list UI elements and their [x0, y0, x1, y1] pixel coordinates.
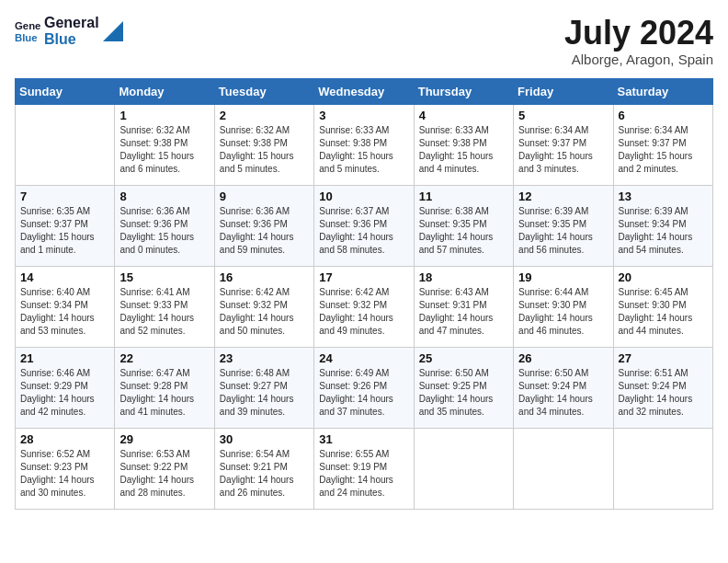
calendar-cell	[613, 428, 712, 509]
calendar-cell: 22Sunrise: 6:47 AMSunset: 9:28 PMDayligh…	[115, 347, 214, 428]
day-number: 4	[419, 109, 508, 122]
month-title: July 2024	[564, 15, 713, 52]
calendar-cell: 6Sunrise: 6:34 AMSunset: 9:37 PMDaylight…	[613, 104, 712, 185]
logo: General Blue General Blue	[15, 15, 123, 47]
calendar-cell: 19Sunrise: 6:44 AMSunset: 9:30 PMDayligh…	[514, 266, 613, 347]
calendar-cell: 29Sunrise: 6:53 AMSunset: 9:22 PMDayligh…	[115, 428, 214, 509]
calendar-cell: 18Sunrise: 6:43 AMSunset: 9:31 PMDayligh…	[414, 266, 513, 347]
cell-info: Sunrise: 6:43 AMSunset: 9:31 PMDaylight:…	[419, 286, 508, 338]
calendar-cell: 16Sunrise: 6:42 AMSunset: 9:32 PMDayligh…	[214, 266, 313, 347]
calendar-cell: 2Sunrise: 6:32 AMSunset: 9:38 PMDaylight…	[214, 104, 313, 185]
calendar-cell: 17Sunrise: 6:42 AMSunset: 9:32 PMDayligh…	[314, 266, 414, 347]
cell-info: Sunrise: 6:39 AMSunset: 9:34 PMDaylight:…	[619, 205, 708, 257]
cell-info: Sunrise: 6:33 AMSunset: 9:38 PMDaylight:…	[419, 124, 508, 176]
cell-info: Sunrise: 6:40 AMSunset: 9:34 PMDaylight:…	[20, 286, 109, 338]
day-number: 23	[220, 351, 309, 365]
calendar-cell: 31Sunrise: 6:55 AMSunset: 9:19 PMDayligh…	[314, 428, 414, 509]
cell-info: Sunrise: 6:32 AMSunset: 9:38 PMDaylight:…	[119, 124, 209, 176]
cell-info: Sunrise: 6:48 AMSunset: 9:27 PMDaylight:…	[220, 367, 309, 419]
calendar-cell: 21Sunrise: 6:46 AMSunset: 9:29 PMDayligh…	[16, 347, 115, 428]
calendar-cell	[414, 428, 513, 509]
weekday-header-row: SundayMondayTuesdayWednesdayThursdayFrid…	[16, 78, 713, 104]
logo-general: General	[44, 15, 99, 31]
day-number: 21	[20, 351, 109, 365]
day-number: 6	[619, 109, 708, 122]
calendar-cell: 12Sunrise: 6:39 AMSunset: 9:35 PMDayligh…	[514, 185, 613, 266]
logo-triangle-icon	[103, 21, 123, 41]
cell-info: Sunrise: 6:49 AMSunset: 9:26 PMDaylight:…	[319, 367, 408, 419]
weekday-header-monday: Monday	[115, 78, 214, 104]
calendar-cell: 23Sunrise: 6:48 AMSunset: 9:27 PMDayligh…	[214, 347, 313, 428]
cell-info: Sunrise: 6:36 AMSunset: 9:36 PMDaylight:…	[220, 205, 309, 257]
cell-info: Sunrise: 6:50 AMSunset: 9:24 PMDaylight:…	[518, 367, 608, 419]
cell-info: Sunrise: 6:35 AMSunset: 9:37 PMDaylight:…	[20, 205, 109, 257]
day-number: 7	[20, 190, 109, 203]
calendar-week-2: 7Sunrise: 6:35 AMSunset: 9:37 PMDaylight…	[16, 185, 713, 266]
calendar-week-3: 14Sunrise: 6:40 AMSunset: 9:34 PMDayligh…	[16, 266, 713, 347]
calendar-cell	[16, 104, 115, 185]
calendar-week-1: 1Sunrise: 6:32 AMSunset: 9:38 PMDaylight…	[16, 104, 713, 185]
cell-info: Sunrise: 6:38 AMSunset: 9:35 PMDaylight:…	[419, 205, 508, 257]
svg-text:Blue: Blue	[15, 31, 38, 42]
cell-info: Sunrise: 6:50 AMSunset: 9:25 PMDaylight:…	[419, 367, 508, 419]
day-number: 30	[220, 432, 309, 446]
cell-info: Sunrise: 6:33 AMSunset: 9:38 PMDaylight:…	[319, 124, 408, 176]
day-number: 14	[20, 270, 109, 284]
page-header: General Blue General Blue July 2024 Albo…	[15, 15, 713, 67]
day-number: 11	[419, 190, 508, 203]
calendar-cell: 20Sunrise: 6:45 AMSunset: 9:30 PMDayligh…	[613, 266, 712, 347]
day-number: 13	[619, 190, 708, 203]
cell-info: Sunrise: 6:34 AMSunset: 9:37 PMDaylight:…	[619, 124, 708, 176]
day-number: 9	[220, 190, 309, 203]
cell-info: Sunrise: 6:54 AMSunset: 9:21 PMDaylight:…	[220, 448, 309, 500]
calendar-cell: 1Sunrise: 6:32 AMSunset: 9:38 PMDaylight…	[115, 104, 214, 185]
svg-text:General: General	[15, 20, 40, 31]
day-number: 20	[619, 270, 708, 284]
calendar-cell: 10Sunrise: 6:37 AMSunset: 9:36 PMDayligh…	[314, 185, 414, 266]
day-number: 31	[319, 432, 408, 446]
cell-info: Sunrise: 6:47 AMSunset: 9:28 PMDaylight:…	[119, 367, 209, 419]
cell-info: Sunrise: 6:32 AMSunset: 9:38 PMDaylight:…	[220, 124, 309, 176]
day-number: 3	[319, 109, 408, 122]
calendar-table: SundayMondayTuesdayWednesdayThursdayFrid…	[15, 78, 713, 510]
calendar-cell: 25Sunrise: 6:50 AMSunset: 9:25 PMDayligh…	[414, 347, 513, 428]
calendar-header: SundayMondayTuesdayWednesdayThursdayFrid…	[16, 78, 713, 104]
calendar-cell: 4Sunrise: 6:33 AMSunset: 9:38 PMDaylight…	[414, 104, 513, 185]
calendar-body: 1Sunrise: 6:32 AMSunset: 9:38 PMDaylight…	[16, 104, 713, 509]
cell-info: Sunrise: 6:45 AMSunset: 9:30 PMDaylight:…	[619, 286, 708, 338]
cell-info: Sunrise: 6:42 AMSunset: 9:32 PMDaylight:…	[220, 286, 309, 338]
day-number: 1	[119, 109, 209, 122]
calendar-cell: 24Sunrise: 6:49 AMSunset: 9:26 PMDayligh…	[314, 347, 414, 428]
calendar-cell: 26Sunrise: 6:50 AMSunset: 9:24 PMDayligh…	[514, 347, 613, 428]
cell-info: Sunrise: 6:46 AMSunset: 9:29 PMDaylight:…	[20, 367, 109, 419]
calendar-cell: 5Sunrise: 6:34 AMSunset: 9:37 PMDaylight…	[514, 104, 613, 185]
day-number: 10	[319, 190, 408, 203]
calendar-cell: 15Sunrise: 6:41 AMSunset: 9:33 PMDayligh…	[115, 266, 214, 347]
weekday-header-sunday: Sunday	[16, 78, 115, 104]
svg-marker-2	[103, 21, 123, 41]
day-number: 8	[119, 190, 209, 203]
weekday-header-wednesday: Wednesday	[314, 78, 414, 104]
cell-info: Sunrise: 6:42 AMSunset: 9:32 PMDaylight:…	[319, 286, 408, 338]
calendar-cell: 14Sunrise: 6:40 AMSunset: 9:34 PMDayligh…	[16, 266, 115, 347]
location-subtitle: Alborge, Aragon, Spain	[564, 52, 713, 67]
cell-info: Sunrise: 6:44 AMSunset: 9:30 PMDaylight:…	[518, 286, 608, 338]
day-number: 16	[220, 270, 309, 284]
weekday-header-friday: Friday	[514, 78, 613, 104]
weekday-header-tuesday: Tuesday	[214, 78, 313, 104]
cell-info: Sunrise: 6:37 AMSunset: 9:36 PMDaylight:…	[319, 205, 408, 257]
cell-info: Sunrise: 6:55 AMSunset: 9:19 PMDaylight:…	[319, 448, 408, 500]
cell-info: Sunrise: 6:34 AMSunset: 9:37 PMDaylight:…	[518, 124, 608, 176]
day-number: 22	[119, 351, 209, 365]
cell-info: Sunrise: 6:52 AMSunset: 9:23 PMDaylight:…	[20, 448, 109, 500]
calendar-cell: 9Sunrise: 6:36 AMSunset: 9:36 PMDaylight…	[214, 185, 313, 266]
day-number: 27	[619, 351, 708, 365]
calendar-cell: 30Sunrise: 6:54 AMSunset: 9:21 PMDayligh…	[214, 428, 313, 509]
day-number: 29	[119, 432, 209, 446]
calendar-week-5: 28Sunrise: 6:52 AMSunset: 9:23 PMDayligh…	[16, 428, 713, 509]
calendar-cell: 13Sunrise: 6:39 AMSunset: 9:34 PMDayligh…	[613, 185, 712, 266]
weekday-header-saturday: Saturday	[613, 78, 712, 104]
calendar-cell: 7Sunrise: 6:35 AMSunset: 9:37 PMDaylight…	[16, 185, 115, 266]
calendar-cell	[514, 428, 613, 509]
day-number: 28	[20, 432, 109, 446]
